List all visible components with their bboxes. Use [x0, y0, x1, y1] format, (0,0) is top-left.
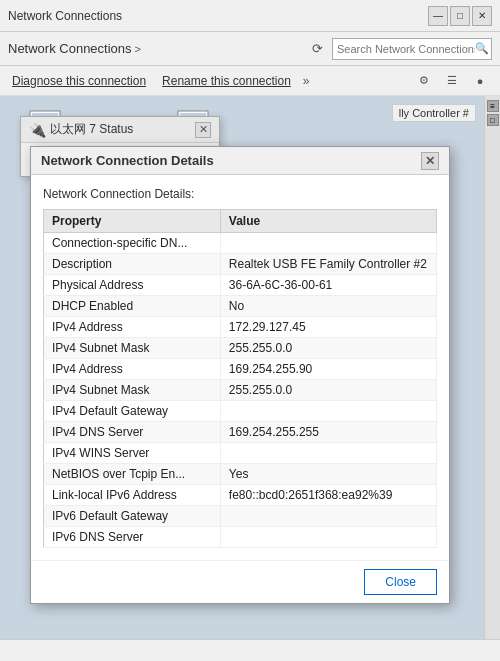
rename-button[interactable]: Rename this connection: [158, 72, 295, 90]
value-cell: [220, 233, 436, 254]
view-controls: ⚙ ☰ ●: [412, 70, 492, 92]
property-cell: IPv4 WINS Server: [44, 443, 221, 464]
minimize-button[interactable]: —: [428, 6, 448, 26]
dialog-footer: Close: [31, 560, 449, 603]
col-value: Value: [220, 210, 436, 233]
table-row: DescriptionRealtek USB FE Family Control…: [44, 254, 437, 275]
panel-icon-1[interactable]: ≡: [487, 100, 499, 112]
property-cell: Description: [44, 254, 221, 275]
title-bar: Network Connections — □ ✕: [0, 0, 500, 32]
breadcrumb-chevron: >: [135, 43, 141, 55]
details-table: Property Value Connection-specific DN...…: [43, 209, 437, 548]
breadcrumb-area: Network Connections >: [8, 41, 302, 56]
dialog-title: Network Connection Details: [41, 153, 421, 168]
table-row: IPv4 Address169.254.255.90: [44, 359, 437, 380]
dialog-title-bar: Network Connection Details ✕: [31, 147, 449, 175]
table-row: IPv4 Subnet Mask255.255.0.0: [44, 338, 437, 359]
property-cell: IPv4 Default Gateway: [44, 401, 221, 422]
dialog-close-btn[interactable]: Close: [364, 569, 437, 595]
view-extra-button[interactable]: ●: [468, 70, 492, 92]
main-area: 以太网 5 以太网 7 lly Controller # 🔌 以太网 7 Sta…: [0, 96, 500, 661]
window-close-button[interactable]: ✕: [472, 6, 492, 26]
search-box[interactable]: 🔍: [332, 38, 492, 60]
property-cell: DHCP Enabled: [44, 296, 221, 317]
property-cell: IPv6 DNS Server: [44, 527, 221, 548]
app-title: Network Connections: [8, 9, 428, 23]
table-row: Physical Address36-6A-6C-36-00-61: [44, 275, 437, 296]
value-cell: 169.254.255.255: [220, 422, 436, 443]
value-cell: 255.255.0.0: [220, 380, 436, 401]
window-controls: — □ ✕: [428, 6, 492, 26]
refresh-button[interactable]: ⟳: [306, 38, 328, 60]
col-property: Property: [44, 210, 221, 233]
value-cell: 36-6A-6C-36-00-61: [220, 275, 436, 296]
status-window-title: 以太网 7 Status: [50, 121, 195, 138]
value-cell: 255.255.0.0: [220, 338, 436, 359]
value-cell: [220, 527, 436, 548]
table-row: IPv4 Address172.29.127.45: [44, 317, 437, 338]
property-cell: IPv4 DNS Server: [44, 422, 221, 443]
property-cell: IPv4 Subnet Mask: [44, 338, 221, 359]
table-row: Connection-specific DN...: [44, 233, 437, 254]
table-row: IPv4 Subnet Mask255.255.0.0: [44, 380, 437, 401]
table-row: IPv4 WINS Server: [44, 443, 437, 464]
toolbar: Network Connections > ⟳ 🔍: [0, 32, 500, 66]
value-cell: [220, 401, 436, 422]
toolbar-title: Network Connections: [8, 41, 132, 56]
property-cell: Physical Address: [44, 275, 221, 296]
value-cell: 169.254.255.90: [220, 359, 436, 380]
action-bar: Diagnose this connection Rename this con…: [0, 66, 500, 96]
table-row: Link-local IPv6 Addressfe80::bcd0:2651f3…: [44, 485, 437, 506]
property-cell: Connection-specific DN...: [44, 233, 221, 254]
details-dialog: Network Connection Details ✕ Network Con…: [30, 146, 450, 604]
property-cell: IPv4 Address: [44, 359, 221, 380]
value-cell: [220, 506, 436, 527]
table-row: DHCP EnabledNo: [44, 296, 437, 317]
right-panel: ≡ □: [484, 96, 500, 661]
dialog-close-button[interactable]: ✕: [421, 152, 439, 170]
table-row: NetBIOS over Tcpip En...Yes: [44, 464, 437, 485]
table-row: IPv4 DNS Server169.254.255.255: [44, 422, 437, 443]
table-row: IPv6 Default Gateway: [44, 506, 437, 527]
value-cell: Realtek USB FE Family Controller #2: [220, 254, 436, 275]
status-close-button[interactable]: ✕: [195, 122, 211, 138]
right-panel-label: lly Controller #: [392, 104, 476, 122]
status-net-icon: 🔌: [29, 122, 46, 138]
view-layout-button[interactable]: ☰: [440, 70, 464, 92]
property-cell: NetBIOS over Tcpip En...: [44, 464, 221, 485]
value-cell: No: [220, 296, 436, 317]
more-actions-button[interactable]: »: [303, 74, 310, 88]
property-cell: Link-local IPv6 Address: [44, 485, 221, 506]
panel-icon-2[interactable]: □: [487, 114, 499, 126]
maximize-button[interactable]: □: [450, 6, 470, 26]
value-cell: [220, 443, 436, 464]
table-row: IPv4 Default Gateway: [44, 401, 437, 422]
status-bar: [0, 639, 500, 661]
view-settings-button[interactable]: ⚙: [412, 70, 436, 92]
property-cell: IPv4 Address: [44, 317, 221, 338]
table-row: IPv6 DNS Server: [44, 527, 437, 548]
status-window-title-bar: 🔌 以太网 7 Status ✕: [21, 117, 219, 143]
value-cell: fe80::bcd0:2651f368:ea92%39: [220, 485, 436, 506]
search-input[interactable]: [337, 43, 475, 55]
dialog-content: Network Connection Details: Property Val…: [31, 175, 449, 560]
property-cell: IPv6 Default Gateway: [44, 506, 221, 527]
value-cell: Yes: [220, 464, 436, 485]
property-cell: IPv4 Subnet Mask: [44, 380, 221, 401]
value-cell: 172.29.127.45: [220, 317, 436, 338]
search-icon: 🔍: [475, 42, 489, 55]
dialog-section-title: Network Connection Details:: [43, 187, 437, 201]
diagnose-button[interactable]: Diagnose this connection: [8, 72, 150, 90]
